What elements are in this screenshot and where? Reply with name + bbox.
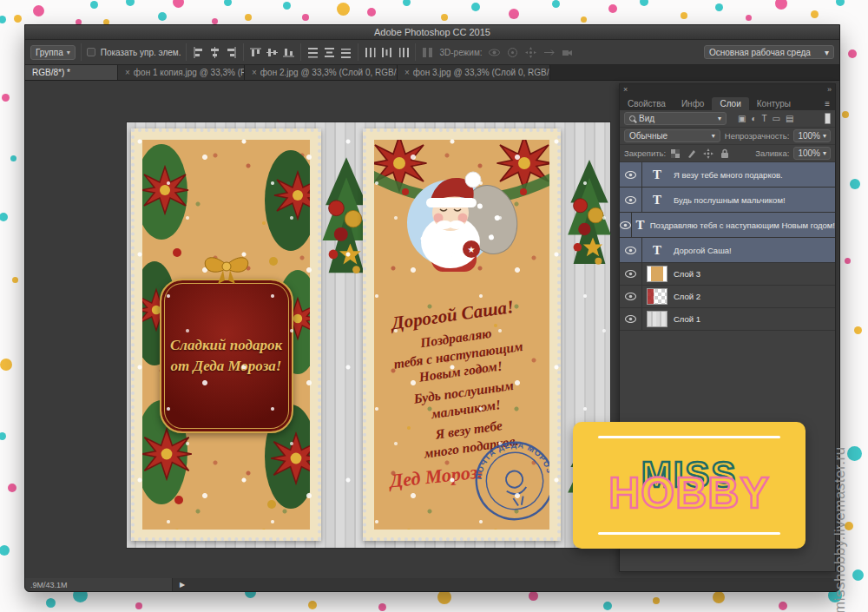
distribute-bottom-icon[interactable] — [339, 46, 352, 59]
3d-slide-icon[interactable] — [542, 46, 556, 59]
decorative-dot — [529, 591, 538, 601]
panel-menu-icon[interactable]: ≡ — [819, 97, 835, 110]
file-size-indicator[interactable]: .9M/43.1M — [25, 578, 173, 591]
chevron-down-icon: ▾ — [825, 48, 829, 57]
layer-row[interactable]: T Я везу тебе много подарков. — [620, 162, 835, 188]
decorative-dot — [845, 258, 851, 264]
lock-transparency-icon[interactable] — [670, 148, 681, 159]
chevron-down-icon: ▾ — [67, 49, 70, 56]
3d-roll-icon[interactable] — [506, 46, 519, 59]
panel-collapse-icon[interactable]: » — [827, 85, 832, 94]
decorative-dot — [640, 0, 648, 6]
text-layer-thumbnail[interactable]: T — [632, 218, 648, 233]
decorative-dot — [775, 0, 787, 10]
layer-row[interactable]: T Дорогой Саша! — [620, 238, 835, 263]
align-bottom-edges-icon[interactable] — [282, 46, 295, 59]
doc-tab-2[interactable]: × фон 1 копия.jpg @ 33,3% (RGB/8*) — [118, 65, 245, 80]
distribute-h-centers-icon[interactable] — [380, 46, 393, 59]
divider — [186, 43, 187, 61]
filter-smart-objects-icon[interactable]: ▤ — [786, 114, 793, 123]
group-dropdown[interactable]: Группа ▾ — [30, 45, 76, 60]
image-layer-thumbnail[interactable] — [642, 266, 672, 282]
workspace-dropdown[interactable]: Основная рабочая среда ▾ — [704, 45, 834, 59]
layer-row[interactable]: Слой 2 — [620, 286, 835, 308]
close-icon[interactable]: × — [252, 68, 257, 77]
status-menu-arrow-icon[interactable]: ▶ — [180, 581, 185, 589]
layer-row[interactable]: Слой 1 — [620, 308, 835, 331]
lock-pixels-brush-icon[interactable] — [687, 148, 697, 159]
layer-row[interactable]: T Будь послушным мальчиком! — [620, 188, 835, 213]
distribute-v-centers-icon[interactable] — [323, 46, 336, 59]
3d-camera-icon[interactable] — [561, 46, 574, 59]
blend-mode-dropdown[interactable]: Обычные ▾ — [624, 129, 720, 142]
decorative-dot — [0, 16, 6, 23]
distribute-top-icon[interactable] — [306, 46, 319, 59]
image-layer-thumbnail[interactable] — [642, 311, 672, 327]
filter-on-off-toggle[interactable] — [825, 113, 831, 124]
align-top-edges-icon[interactable] — [249, 46, 262, 59]
divider — [358, 43, 358, 61]
opacity-value-box[interactable]: 100% ▾ — [793, 129, 831, 142]
document-tab-bar: RGB/8*) * × фон 1 копия.jpg @ 33,3% (RGB… — [25, 65, 839, 81]
visibility-eye-icon[interactable] — [620, 162, 642, 187]
decorative-dot — [509, 9, 519, 19]
text-layer-thumbnail[interactable]: T — [642, 193, 672, 207]
tab-layers[interactable]: Слои — [712, 97, 748, 110]
align-h-centers-icon[interactable] — [208, 46, 221, 59]
filter-shape-layers-icon[interactable]: ▭ — [773, 114, 780, 123]
visibility-eye-icon[interactable] — [620, 263, 642, 285]
tab-properties[interactable]: Свойства — [620, 97, 674, 110]
chevron-down-icon: ▾ — [823, 149, 826, 157]
blend-mode-value: Обычные — [629, 131, 667, 141]
tab-paths[interactable]: Контуры — [749, 97, 799, 110]
distribute-right-icon[interactable] — [397, 46, 410, 59]
window-titlebar[interactable]: Adobe Photoshop CC 2015 — [25, 25, 839, 40]
doc-tab-4[interactable]: × фон 3.jpg @ 33,3% (Слой 0, RGB/8*) * — [398, 65, 550, 80]
align-right-edges-icon[interactable] — [225, 46, 238, 59]
text-layer-thumbnail[interactable]: T — [642, 243, 672, 258]
layer-name: Слой 1 — [672, 314, 700, 324]
fill-value-box[interactable]: 100% ▾ — [793, 147, 831, 160]
doc-tab-3[interactable]: × фон 2.jpg @ 33,3% (Слой 0, RGB/8*) * — [245, 65, 398, 80]
close-icon[interactable]: × — [404, 68, 410, 77]
show-controls-checkbox[interactable] — [87, 48, 95, 56]
card-front: Сладкий подарок от Деда Мороза! — [131, 128, 321, 541]
3d-pan-icon[interactable] — [524, 46, 537, 59]
lock-position-icon[interactable] — [703, 148, 713, 159]
doc-tab-1[interactable]: RGB/8*) * — [25, 65, 118, 80]
layer-row[interactable]: T Поздравляю тебя с наступающим Новым го… — [620, 213, 835, 238]
visibility-eye-icon[interactable] — [620, 188, 642, 212]
align-v-centers-icon[interactable] — [266, 46, 279, 59]
layer-row[interactable]: Слой 3 — [620, 263, 835, 286]
visibility-eye-icon[interactable] — [620, 286, 642, 307]
visibility-eye-icon[interactable] — [620, 308, 642, 330]
layer-filter-dropdown[interactable]: Вид ▾ — [624, 112, 727, 125]
divider — [81, 43, 82, 61]
filter-adjustment-layers-icon[interactable]: ◐ — [751, 114, 756, 123]
distribute-left-icon[interactable] — [364, 46, 377, 59]
miss-hobby-watermark: MISS HOBBY — [573, 422, 806, 549]
decorative-dot — [811, 10, 819, 18]
tool-options-bar: Группа ▾ Показать упр. элем. — [25, 40, 839, 65]
decorative-dot — [847, 446, 862, 461]
filter-type-layers-icon[interactable]: T — [762, 114, 767, 123]
3d-orbit-icon[interactable] — [488, 46, 501, 59]
doc-tab-label: фон 2.jpg @ 33,3% (Слой 0, RGB/8*) * — [260, 68, 398, 77]
panel-tab-bar: Свойства Инфо Слои Контуры ≡ — [620, 95, 835, 110]
text-layer-thumbnail[interactable]: T — [642, 168, 672, 182]
distribute-spacing-icon[interactable] — [421, 46, 434, 59]
panel-close-icon[interactable]: × — [623, 85, 628, 94]
decorative-dot — [403, 0, 411, 6]
visibility-eye-icon[interactable] — [620, 238, 642, 262]
blend-mode-row: Обычные ▾ Непрозрачность: 100% ▾ — [620, 128, 835, 145]
lock-all-icon[interactable] — [720, 148, 730, 159]
visibility-eye-icon[interactable] — [620, 213, 632, 237]
document-artwork: Сладкий подарок от Деда Мороза! — [127, 122, 610, 548]
tab-info[interactable]: Инфо — [674, 97, 713, 110]
close-icon[interactable]: × — [125, 68, 130, 77]
filter-pixel-layers-icon[interactable]: ▣ — [738, 114, 746, 123]
align-left-edges-icon[interactable] — [192, 46, 205, 59]
opacity-label: Непрозрачность: — [725, 131, 790, 141]
decorative-dot — [0, 545, 10, 556]
image-layer-thumbnail[interactable] — [642, 288, 672, 305]
